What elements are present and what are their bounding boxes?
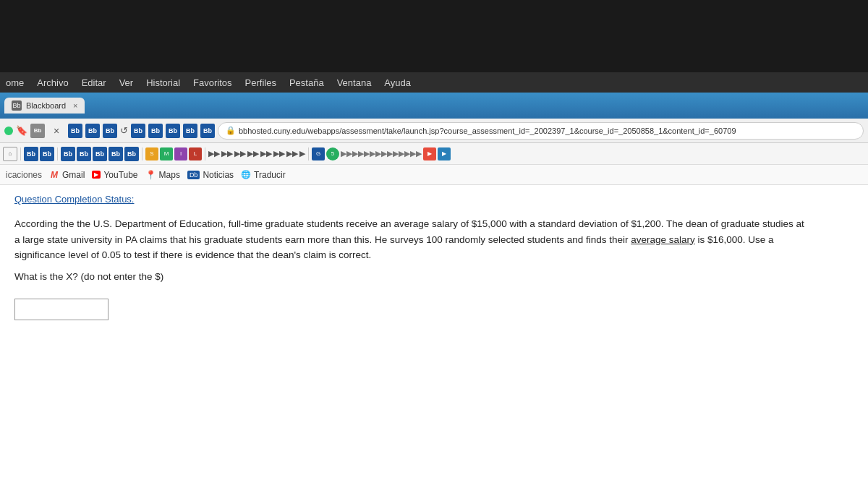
ext-bb-4[interactable]: Bb: [77, 147, 91, 161]
bb-toolbar-4[interactable]: Bb: [131, 124, 145, 138]
maps-icon: 📍: [145, 170, 156, 180]
bookmark-maps-label: Maps: [159, 170, 180, 180]
ext-icon-orange[interactable]: S: [145, 147, 158, 160]
bookmark-icon: 🔖: [16, 125, 27, 136]
main-content: Question Completion Status: According th…: [0, 185, 868, 488]
extension-toolbar: ⌂ Bb Bb Bb Bb Bb Bb Bb S M I L ▶▶ ▶▶ ▶▶ …: [0, 143, 868, 165]
bookmark-noticias-label: Noticias: [203, 170, 234, 180]
bb-toolbar-5[interactable]: Bb: [148, 124, 163, 138]
arrow-4[interactable]: ▶▶: [247, 149, 259, 158]
menu-item-ver[interactable]: Ver: [119, 77, 134, 88]
ext-bb-5[interactable]: Bb: [93, 147, 107, 161]
aplicaciones-label: icaciones: [6, 170, 42, 180]
bookmarks-bar: icaciones M Gmail ▶ YouTube 📍 Maps Db No…: [0, 165, 868, 185]
ext-bb-2[interactable]: Bb: [40, 147, 54, 161]
bb-toolbar-8[interactable]: Bb: [200, 124, 215, 138]
secure-lock-icon: 🔒: [226, 126, 236, 135]
ext-bb-1[interactable]: Bb: [24, 147, 38, 161]
ext-icon-1[interactable]: ⌂: [3, 147, 17, 161]
traffic-light-green: [4, 127, 13, 135]
back-icon: ↺: [120, 125, 128, 136]
bb-toolbar-3[interactable]: Bb: [103, 124, 117, 138]
menu-item-ome[interactable]: ome: [6, 77, 24, 88]
tab-favicon: Bb: [12, 100, 22, 111]
ext-icon-red2[interactable]: ▶: [423, 147, 436, 160]
bb-toolbar-6[interactable]: Bb: [166, 124, 180, 138]
tab-label: Blackboard: [26, 101, 66, 110]
ext-icon-round[interactable]: 5: [326, 147, 339, 160]
bookmark-traducir-label: Traducir: [254, 170, 286, 180]
bookmark-gmail-label: Gmail: [62, 170, 85, 180]
menu-item-editar[interactable]: Editar: [82, 77, 106, 88]
top-dark-area: [0, 0, 868, 72]
url-text: bbhosted.cuny.edu/webapps/assessment/tak…: [239, 127, 736, 135]
menu-item-perfiles[interactable]: Perfiles: [245, 77, 276, 88]
url-address-bar[interactable]: 🔒 bbhosted.cuny.edu/webapps/assessment/t…: [218, 122, 864, 140]
sep-4: [205, 147, 205, 160]
bookmark-maps[interactable]: 📍 Maps: [145, 170, 180, 180]
tab-bar: Bb Blackboard ×: [0, 93, 868, 119]
address-bar-row: 🔖 Bb × Bb Bb Bb ↺ Bb Bb Bb Bb Bb 🔒 bbhos…: [0, 119, 868, 143]
arrow-8[interactable]: ▶: [299, 149, 305, 158]
browser-window: ome Archivo Editar Ver Historial Favorit…: [0, 0, 868, 488]
bb-toolbar-7[interactable]: Bb: [183, 124, 197, 138]
close-tab-button[interactable]: ×: [48, 122, 65, 140]
menu-item-pestana[interactable]: Pestaña: [289, 77, 324, 88]
bookmark-noticias[interactable]: Db Noticias: [187, 170, 234, 180]
menu-bar: ome Archivo Editar Ver Historial Favorit…: [0, 72, 868, 93]
arrow-5[interactable]: ▶▶: [260, 149, 272, 158]
bookmark-traducir[interactable]: 🌐 Traducir: [241, 170, 286, 180]
menu-item-ayuda[interactable]: Ayuda: [384, 77, 411, 88]
menu-item-favoritos[interactable]: Favoritos: [193, 77, 231, 88]
ext-bb-7[interactable]: Bb: [124, 147, 139, 161]
ext-icon-purple[interactable]: I: [174, 147, 187, 160]
ext-bb-3[interactable]: Bb: [61, 147, 75, 161]
ext-icon-blue2[interactable]: ▶: [438, 147, 451, 160]
noticias-icon: Db: [187, 171, 200, 179]
answer-input[interactable]: [14, 299, 109, 320]
bookmark-youtube-label: YouTube: [103, 170, 137, 180]
question-completion-status[interactable]: Question Completion Status:: [14, 194, 854, 205]
underline-average-salary: average salary: [631, 234, 695, 245]
sep-2: [57, 147, 58, 160]
ext-icon-blue[interactable]: G: [312, 147, 325, 160]
ext-icon-green[interactable]: M: [160, 147, 173, 160]
sep-3: [142, 147, 142, 160]
menu-item-ventana[interactable]: Ventana: [337, 77, 372, 88]
active-tab[interactable]: Bb Blackboard ×: [4, 98, 85, 114]
nav-icon-1: Bb: [30, 124, 45, 138]
youtube-play-icon: ▶: [92, 171, 101, 179]
ext-icon-red[interactable]: L: [189, 147, 202, 160]
sep-5: [308, 147, 309, 160]
tab-close-button[interactable]: ×: [73, 101, 77, 110]
arrow-2[interactable]: ▶▶: [221, 149, 233, 158]
ext-bb-6[interactable]: Bb: [109, 147, 123, 161]
bookmark-youtube[interactable]: ▶ YouTube: [92, 170, 137, 180]
traducir-icon: 🌐: [241, 170, 251, 179]
question-paragraph-1: According the the U.S. Department of Edu…: [14, 216, 810, 263]
gmail-icon: M: [49, 170, 59, 180]
arrow-1[interactable]: ▶▶: [208, 149, 220, 158]
arrow-6[interactable]: ▶▶: [273, 149, 285, 158]
arrow-7[interactable]: ▶▶: [286, 149, 298, 158]
menu-item-historial[interactable]: Historial: [146, 77, 180, 88]
menu-item-archivo[interactable]: Archivo: [37, 77, 68, 88]
question-body: According the the U.S. Department of Edu…: [14, 216, 810, 284]
arrow-3[interactable]: ▶▶: [234, 149, 246, 158]
bookmark-gmail[interactable]: M Gmail: [49, 170, 85, 180]
bb-toolbar-2[interactable]: Bb: [85, 124, 100, 138]
question-ask: What is the X? (do not enter the $): [14, 269, 810, 285]
youtube-icon: ▶: [92, 171, 101, 179]
sep-1: [20, 147, 21, 160]
bb-toolbar-1[interactable]: Bb: [68, 124, 82, 138]
more-arrows: ▶▶▶▶▶▶▶▶▶▶▶▶▶▶: [341, 149, 422, 158]
